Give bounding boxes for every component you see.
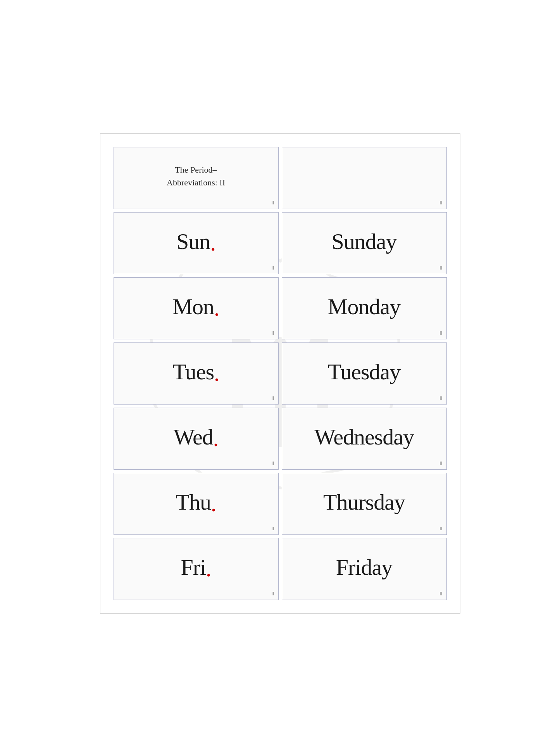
empty-card-1: II bbox=[282, 147, 447, 209]
wednesday-text: Wednesday bbox=[314, 424, 414, 450]
fri-abbr: Fri. bbox=[181, 554, 211, 580]
thu-abbr: Thu. bbox=[176, 489, 216, 515]
card-monday-full: Monday II bbox=[282, 277, 447, 339]
thursday-corner-mark: II bbox=[439, 526, 442, 531]
tues-corner-mark: II bbox=[271, 395, 274, 401]
card-tues-abbr: Tues. II bbox=[114, 342, 279, 405]
card-sunday-full: Sunday II bbox=[282, 212, 447, 274]
friday-corner-mark: II bbox=[439, 591, 442, 597]
page: The Period– Abbreviations: II II II Sun.… bbox=[100, 133, 460, 614]
sunday-text: Sunday bbox=[332, 228, 397, 254]
card-wed-abbr: Wed. II bbox=[114, 408, 279, 470]
sunday-corner-mark: II bbox=[439, 265, 442, 271]
wed-corner-mark: II bbox=[271, 460, 274, 466]
thursday-text: Thursday bbox=[323, 489, 405, 515]
monday-corner-mark: II bbox=[439, 330, 442, 336]
thu-dot: . bbox=[211, 493, 216, 515]
card-thursday-full: Thursday II bbox=[282, 473, 447, 535]
card-thu-abbr: Thu. II bbox=[114, 473, 279, 535]
tuesday-corner-mark: II bbox=[439, 395, 442, 401]
tues-dot: . bbox=[214, 362, 219, 385]
empty-corner-mark-1: II bbox=[439, 200, 442, 206]
card-fri-abbr: Fri. II bbox=[114, 538, 279, 600]
wed-dot: . bbox=[213, 427, 219, 450]
card-tuesday-full: Tuesday II bbox=[282, 342, 447, 405]
fri-dot: . bbox=[206, 558, 211, 580]
tuesday-text: Tuesday bbox=[328, 359, 400, 385]
mon-corner-mark: II bbox=[271, 330, 274, 336]
monday-text: Monday bbox=[328, 294, 400, 320]
mon-abbr: Mon. bbox=[172, 294, 219, 320]
title-card: The Period– Abbreviations: II II bbox=[114, 147, 279, 209]
card-friday-full: Friday II bbox=[282, 538, 447, 600]
fri-corner-mark: II bbox=[271, 591, 274, 597]
card-grid: The Period– Abbreviations: II II II Sun.… bbox=[112, 145, 448, 602]
card-wednesday-full: Wednesday II bbox=[282, 408, 447, 470]
friday-text: Friday bbox=[336, 554, 392, 580]
wednesday-corner-mark: II bbox=[439, 460, 442, 466]
sun-abbr: Sun. bbox=[176, 228, 215, 254]
thu-corner-mark: II bbox=[271, 526, 274, 531]
tues-abbr: Tues. bbox=[172, 359, 219, 385]
card-mon-abbr: Mon. II bbox=[114, 277, 279, 339]
card-sun-abbr: Sun. II bbox=[114, 212, 279, 274]
mon-dot: . bbox=[214, 297, 219, 320]
wed-abbr: Wed. bbox=[174, 424, 218, 450]
title-corner-mark: II bbox=[271, 200, 274, 206]
title-line1: The Period– bbox=[175, 165, 217, 175]
title-line2: Abbreviations: II bbox=[167, 178, 225, 187]
title-text: The Period– Abbreviations: II bbox=[167, 163, 225, 189]
sun-dot: . bbox=[210, 232, 215, 254]
sun-corner-mark: II bbox=[271, 265, 274, 271]
